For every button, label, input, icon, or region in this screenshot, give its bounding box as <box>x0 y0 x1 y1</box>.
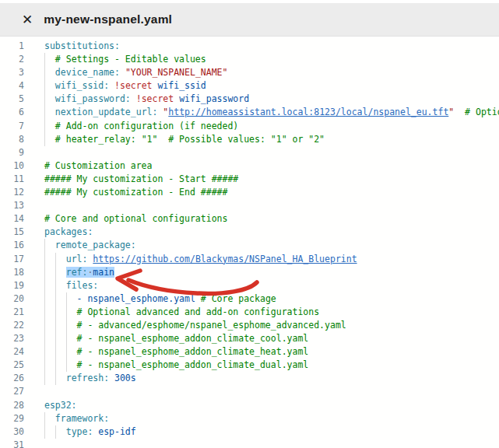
code-segment: ##### My customization - Start ##### <box>44 173 238 184</box>
code-line[interactable]: 9 <box>0 146 499 159</box>
code-line[interactable]: 29 framework: <box>0 412 499 425</box>
code-text: # Core and optional configurations <box>44 212 499 226</box>
code-text: # heater_relay: "1" # Possible values: "… <box>44 133 499 146</box>
selected-text: main <box>93 267 114 278</box>
code-line[interactable]: 20 - nspanel_esphome.yaml # Core package <box>0 292 499 306</box>
code-line[interactable]: 10# Customization area <box>0 159 499 173</box>
line-number: 4 <box>0 79 24 93</box>
code-line[interactable]: 23 # - nspanel_esphome_addon_climate_coo… <box>0 332 499 345</box>
line-number: 10 <box>0 159 24 173</box>
code-line[interactable]: 8 # heater_relay: "1" # Possible values:… <box>0 133 499 146</box>
code-segment: framework: <box>55 413 109 424</box>
line-number: 3 <box>0 66 24 79</box>
code-line[interactable]: 3 device_name: "YOUR_NSPANEL_NAME" <box>0 66 499 79</box>
code-line[interactable]: 15packages: <box>0 226 499 239</box>
code-text: - nspanel_esphome.yaml # Core package <box>44 292 499 306</box>
code-segment: - nspanel_esphome.yaml <box>77 293 195 304</box>
code-line[interactable]: 4 wifi_ssid: !secret wifi_ssid <box>0 79 499 93</box>
close-button[interactable]: ✕ <box>22 13 33 26</box>
code-text: ref:·main <box>44 266 499 279</box>
code-text: # Customization area <box>44 159 499 173</box>
code-segment: "YOUR_NSPANEL_NAME" <box>125 67 228 78</box>
code-line[interactable]: 28esp32: <box>0 399 499 412</box>
code-segment: !secret <box>136 93 174 104</box>
line-number: 6 <box>0 106 24 119</box>
code-segment: files: <box>66 280 99 291</box>
indent-guide <box>44 106 45 119</box>
code-line[interactable]: 1substitutions: <box>0 40 499 53</box>
indent-guide <box>44 53 45 66</box>
indent-guide <box>44 292 45 306</box>
code-line[interactable]: 25 # - nspanel_esphome_addon_climate_dua… <box>0 359 499 372</box>
code-segment <box>44 333 77 344</box>
code-text: # - nspanel_esphome_addon_climate_dual.y… <box>44 359 499 372</box>
indent-guide <box>55 292 56 306</box>
code-line[interactable]: 26 refresh: 300s <box>0 372 499 385</box>
code-line[interactable]: 6 nextion_update_url: "http://homeassist… <box>0 106 499 119</box>
code-line[interactable]: 14# Core and optional configurations <box>0 212 499 226</box>
code-segment: wifi_password <box>179 93 249 104</box>
indent-guide <box>44 66 45 79</box>
line-number: 26 <box>0 372 24 385</box>
line-number: 2 <box>0 53 24 66</box>
code-line[interactable]: 18 ref:·main <box>0 266 499 279</box>
indent-guide <box>55 359 56 372</box>
indent-guide <box>44 239 45 252</box>
code-segment <box>44 80 55 91</box>
code-text: framework: <box>44 412 499 425</box>
indent-guide <box>44 332 45 345</box>
line-number: 17 <box>0 253 24 266</box>
code-segment: wifi_ssid: <box>55 80 114 91</box>
code-line[interactable]: 5 wifi_password: !secret wifi_password <box>0 93 499 106</box>
code-line[interactable]: 31 <box>0 439 499 448</box>
code-text: substitutions: <box>44 40 499 53</box>
code-line[interactable]: 24 # - nspanel_esphome_addon_climate_hea… <box>0 345 499 359</box>
indent-guide <box>55 332 56 345</box>
code-line[interactable]: 22 # - advanced/esphome/nspanel_esphome_… <box>0 319 499 332</box>
code-line[interactable]: 30 type: esp-idf <box>0 425 499 439</box>
code-line[interactable]: 11##### My customization - Start ##### <box>0 173 499 186</box>
indent-guide <box>66 292 67 306</box>
indent-guide <box>44 306 45 319</box>
code-segment: esp32: <box>44 400 77 411</box>
code-segment: # Add-on configuration (if needed) <box>55 121 238 131</box>
code-line[interactable]: 21 # Optional advanced and add-on config… <box>0 306 499 319</box>
line-number: 12 <box>0 186 24 199</box>
line-number: 27 <box>0 385 24 398</box>
code-line[interactable]: 19 files: <box>0 279 499 292</box>
code-text: url: https://github.com/Blackymas/NSPane… <box>44 253 499 266</box>
code-text: remote_package: <box>44 239 499 252</box>
code-line[interactable]: 7 # Add-on configuration (if needed) <box>0 120 499 133</box>
code-text: type: esp-idf <box>44 425 499 439</box>
indent-guide <box>66 345 67 359</box>
code-text: files: <box>44 279 499 292</box>
indent-guide <box>44 412 45 425</box>
line-number: 30 <box>0 425 24 439</box>
code-line[interactable]: 17 url: https://github.com/Blackymas/NSP… <box>0 253 499 266</box>
line-number: 16 <box>0 239 24 252</box>
code-segment: packages: <box>44 226 93 237</box>
code-segment <box>44 359 77 370</box>
line-number: 18 <box>0 266 24 279</box>
code-segment: # - nspanel_esphome_addon_climate_heat.y… <box>77 346 309 357</box>
code-line[interactable]: 12##### My customization - End ##### <box>0 186 499 199</box>
code-segment <box>44 306 77 317</box>
code-segment <box>454 107 465 117</box>
indent-guide <box>55 279 56 292</box>
code-area[interactable]: 1substitutions:2 # Settings - Editable v… <box>0 37 499 448</box>
indent-guide <box>55 372 56 385</box>
code-segment: # Core package <box>201 293 276 304</box>
code-segment: refresh: <box>66 373 114 383</box>
code-line[interactable]: 27 <box>0 385 499 398</box>
line-number: 23 <box>0 332 24 345</box>
code-line[interactable]: 16 remote_package: <box>0 239 499 252</box>
line-number: 31 <box>0 439 24 448</box>
indent-guide <box>44 372 45 385</box>
code-segment: remote_package: <box>55 240 136 250</box>
code-line[interactable]: 13 <box>0 199 499 212</box>
code-segment: ##### My customization - End ##### <box>44 187 227 198</box>
code-segment <box>195 293 201 304</box>
close-icon: ✕ <box>22 12 33 27</box>
code-line[interactable]: 2 # Settings - Editable values <box>0 53 499 66</box>
code-segment <box>44 134 55 145</box>
